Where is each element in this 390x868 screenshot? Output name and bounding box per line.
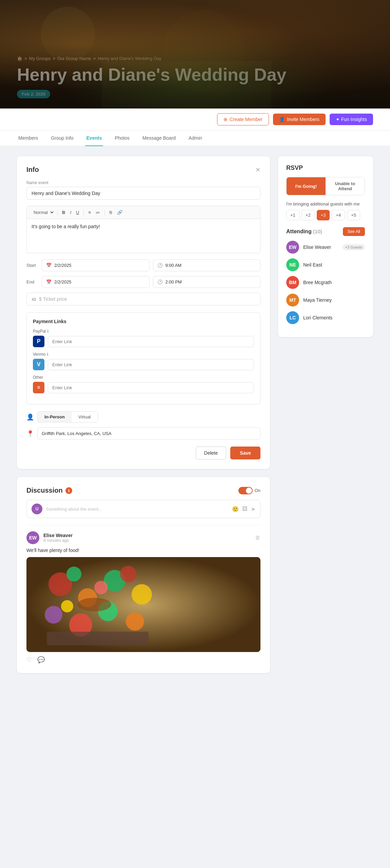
- tab-photos[interactable]: Photos: [113, 131, 131, 146]
- start-datetime-row: Start 📅 2/2/2025 🕐 9:00 AM: [26, 259, 260, 271]
- attending-title: Attending (10): [286, 229, 322, 235]
- nav-tabs: Members Group Info Events Photos Message…: [0, 131, 390, 146]
- toggle-track[interactable]: [238, 487, 253, 494]
- venmo-item: Venmo ℹ V: [33, 352, 254, 370]
- svg-rect-12: [47, 632, 149, 645]
- format-select[interactable]: Normal: [31, 209, 55, 216]
- guest-btn-2[interactable]: +2: [301, 210, 315, 220]
- link-button[interactable]: 🔗: [115, 209, 124, 216]
- paypal-item: PayPal ℹ P: [33, 329, 254, 347]
- location-input[interactable]: [37, 427, 260, 440]
- attendee-avatar-neil: NE: [286, 258, 299, 271]
- attendee-avatar-elise: EW: [286, 241, 299, 254]
- editor-body[interactable]: It's going to be a really fun party!: [27, 219, 260, 253]
- svg-point-13: [94, 581, 108, 594]
- guest-btn-1[interactable]: +1: [286, 210, 299, 220]
- ticket-price-input[interactable]: 🎟 $ Ticket price: [26, 293, 260, 305]
- top-bar: ⊕ Create Member 👤 Invite Members ✦ Fun I…: [0, 108, 390, 131]
- attendee-name-lori: Lori Clements: [303, 315, 365, 320]
- guest-btn-3[interactable]: +3: [317, 210, 330, 220]
- paypal-label: PayPal ℹ: [33, 329, 254, 334]
- info-card-close-button[interactable]: ✕: [255, 166, 260, 174]
- notification-badge: 1: [65, 487, 72, 494]
- unordered-list-button[interactable]: ≔: [94, 209, 102, 216]
- post-time: 8 minutes ago: [43, 538, 251, 543]
- post-text: We'll have plenty of food!: [26, 548, 260, 553]
- comment-placeholder[interactable]: Something about the event...: [46, 507, 229, 512]
- virtual-option[interactable]: Virtual: [72, 412, 98, 422]
- venmo-info-icon: ℹ: [47, 352, 48, 357]
- end-date-input[interactable]: 📅 2/2/2025: [42, 276, 150, 288]
- attendee-avatar-lori: LC: [286, 311, 299, 324]
- ordered-list-button[interactable]: ≡: [86, 209, 93, 216]
- discussion-header: Discussion 1 On: [26, 487, 260, 494]
- info-card: Info ✕ Name event Normal B I U ≡: [17, 156, 270, 469]
- start-label: Start: [26, 263, 38, 268]
- save-button[interactable]: Save: [230, 447, 260, 459]
- attendee-row: MT Maya Tierney: [286, 294, 365, 307]
- person-icon: 👤: [26, 413, 34, 421]
- start-time-input[interactable]: 🕐 9:00 AM: [153, 259, 261, 271]
- post-author-avatar: EW: [26, 531, 39, 544]
- other-link-input[interactable]: [48, 382, 254, 393]
- create-member-button[interactable]: ⊕ Create Member: [217, 113, 269, 125]
- im-going-button[interactable]: I'm Going!: [287, 177, 326, 195]
- plus-icon: ⊕: [223, 117, 228, 122]
- svg-point-9: [66, 567, 81, 581]
- emoji-icon[interactable]: 🙂: [232, 506, 239, 512]
- svg-point-8: [126, 612, 144, 631]
- toolbar-divider-1: [57, 210, 58, 216]
- see-all-button[interactable]: See All: [343, 227, 365, 236]
- end-time-input[interactable]: 🕐 2:00 PM: [153, 276, 261, 288]
- fun-insights-button[interactable]: ✦ Fun Insights: [330, 114, 373, 125]
- tab-message-board[interactable]: Message Board: [141, 131, 177, 146]
- tab-admin[interactable]: Admin: [187, 131, 203, 146]
- attendee-row: NE Neil East: [286, 258, 365, 271]
- venmo-link-input[interactable]: [48, 359, 254, 370]
- start-date-value: 2/2/2025: [54, 263, 72, 268]
- start-date-input[interactable]: 📅 2/2/2025: [42, 259, 150, 271]
- main-content: Info ✕ Name event Normal B I U ≡: [0, 146, 390, 683]
- image-icon[interactable]: 🖼: [242, 506, 248, 512]
- svg-point-5: [45, 606, 62, 624]
- invite-members-button[interactable]: 👤 Invite Members: [273, 114, 326, 125]
- end-datetime-row: End 📅 2/2/2025 🕐 2:00 PM: [26, 276, 260, 288]
- unable-to-attend-button[interactable]: Unable to Attend: [326, 177, 365, 195]
- tab-group-info[interactable]: Group Info: [50, 131, 75, 146]
- delete-post-icon[interactable]: 🗑: [255, 535, 260, 541]
- send-icon[interactable]: ➤: [251, 506, 255, 512]
- clock-icon: 🕐: [157, 263, 163, 268]
- post-header: EW Elise Weaver 8 minutes ago 🗑: [26, 531, 260, 544]
- like-icon[interactable]: ♡: [26, 656, 32, 664]
- fun-insights-label: ✦ Fun Insights: [336, 117, 367, 122]
- end-time-value: 2:00 PM: [165, 279, 182, 284]
- tab-members[interactable]: Members: [17, 131, 39, 146]
- ticket-placeholder: $ Ticket price: [39, 296, 67, 302]
- location-icon: 📍: [26, 430, 34, 437]
- in-person-virtual-toggle: In-Person Virtual: [37, 411, 98, 422]
- italic-button[interactable]: I: [68, 209, 73, 216]
- strikethrough-button[interactable]: S: [108, 209, 114, 216]
- attendee-name-neil: Neil East: [303, 262, 365, 268]
- event-name-input[interactable]: [26, 187, 260, 200]
- guest-btn-4[interactable]: +4: [332, 210, 345, 220]
- tab-events[interactable]: Events: [85, 131, 103, 146]
- underline-button[interactable]: U: [74, 209, 81, 216]
- guest-btn-5[interactable]: +5: [347, 210, 360, 220]
- comment-user-avatar: U: [32, 504, 42, 514]
- rsvp-buttons: I'm Going! Unable to Attend: [286, 177, 365, 195]
- discussion-toggle[interactable]: On: [238, 487, 260, 494]
- rsvp-title: RSVP: [286, 164, 365, 172]
- post-meta: Elise Weaver 8 minutes ago: [43, 533, 251, 543]
- breadcrumb-sep1: >: [24, 56, 27, 61]
- attendee-name-bree: Bree Mcgrath: [303, 280, 365, 285]
- paypal-info-icon: ℹ: [47, 329, 49, 334]
- attendee-row: EW Elise Weaver +3 Guests: [286, 241, 365, 254]
- delete-button[interactable]: Delete: [196, 447, 226, 459]
- paypal-link-input[interactable]: [48, 336, 254, 347]
- bold-button[interactable]: B: [60, 209, 67, 216]
- left-column: Info ✕ Name event Normal B I U ≡: [17, 156, 270, 673]
- in-person-option[interactable]: In-Person: [38, 412, 72, 422]
- comment-icon[interactable]: 💬: [37, 656, 45, 664]
- discussion-card: Discussion 1 On U Something about the ev…: [17, 477, 270, 673]
